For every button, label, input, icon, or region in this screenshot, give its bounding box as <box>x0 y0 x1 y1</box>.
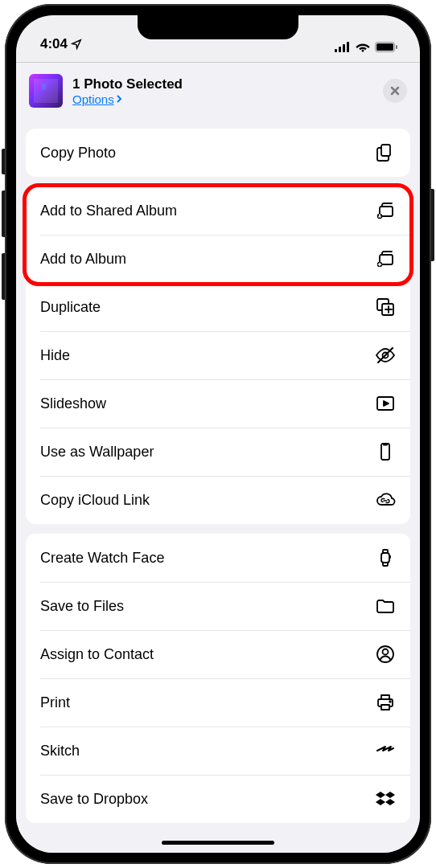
action-label: Save to Dropbox <box>40 791 148 808</box>
watch-icon <box>375 547 396 568</box>
close-button[interactable] <box>383 79 407 103</box>
add-album-icon <box>375 248 396 269</box>
action-label: Save to Files <box>40 598 124 615</box>
svg-point-24 <box>389 701 391 702</box>
dropbox-icon <box>375 788 396 809</box>
action-label: Add to Shared Album <box>40 203 177 219</box>
action-label: Copy Photo <box>40 145 116 162</box>
battery-icon <box>375 42 397 52</box>
clock-text: 4:04 <box>40 36 68 52</box>
svg-rect-1 <box>339 47 341 52</box>
duplicate-icon <box>375 297 396 317</box>
action-copy-photo[interactable]: Copy Photo <box>26 129 410 177</box>
action-group: Create Watch FaceSave to FilesAssign to … <box>26 534 410 823</box>
phone-frame: 4:04 <box>5 4 431 864</box>
action-group: Copy Photo <box>26 129 410 177</box>
folder-icon <box>375 596 396 616</box>
action-add-to-shared-album[interactable]: Add to Shared Album <box>26 186 410 235</box>
action-save-to-files[interactable]: Save to Files <box>26 582 410 630</box>
action-create-watch-face[interactable]: Create Watch Face <box>26 534 410 582</box>
action-add-to-album[interactable]: Add to Album <box>26 235 410 283</box>
header-text: 1 Photo Selected Options <box>72 76 373 106</box>
action-duplicate[interactable]: Duplicate <box>26 283 410 331</box>
contact-icon <box>375 644 396 665</box>
action-label: Assign to Contact <box>40 646 154 663</box>
action-label: Use as Wallpaper <box>40 444 154 461</box>
chevron-right-icon <box>116 95 122 103</box>
home-indicator[interactable] <box>162 841 274 845</box>
svg-rect-22 <box>381 695 389 699</box>
actions-scroll[interactable]: Copy PhotoAdd to Shared AlbumAdd to Albu… <box>16 119 420 853</box>
volume-up-button <box>2 190 5 237</box>
action-label: Copy iCloud Link <box>40 492 150 509</box>
svg-rect-2 <box>343 44 345 52</box>
wifi-icon <box>356 42 370 52</box>
side-buttons-left <box>2 149 5 316</box>
close-icon <box>389 85 401 96</box>
action-label: Add to Album <box>40 251 126 268</box>
cloud-link-icon <box>375 489 396 510</box>
svg-point-20 <box>383 649 389 655</box>
action-group: Add to Shared AlbumAdd to AlbumDuplicate… <box>26 186 410 524</box>
action-label: Skitch <box>40 743 80 760</box>
svg-rect-23 <box>381 705 389 710</box>
svg-rect-17 <box>381 444 389 460</box>
svg-rect-6 <box>396 45 397 49</box>
action-assign-to-contact[interactable]: Assign to Contact <box>26 630 410 678</box>
action-label: Hide <box>40 347 70 364</box>
shared-album-icon <box>375 200 396 221</box>
side-buttons-right <box>431 189 434 261</box>
action-slideshow[interactable]: Slideshow <box>26 379 410 428</box>
action-label: Print <box>40 694 70 711</box>
action-label: Slideshow <box>40 395 106 412</box>
photo-thumbnail[interactable] <box>29 74 63 108</box>
status-left: 4:04 <box>40 36 82 52</box>
svg-rect-5 <box>376 43 393 51</box>
power-button <box>431 189 434 261</box>
phone-screen: 4:04 <box>16 15 420 853</box>
signal-icon <box>335 42 351 52</box>
action-label: Create Watch Face <box>40 550 164 567</box>
svg-rect-18 <box>381 553 389 563</box>
slideshow-icon <box>375 393 396 414</box>
mute-switch <box>2 149 5 174</box>
status-right <box>335 42 397 52</box>
notch <box>138 15 298 39</box>
action-print[interactable]: Print <box>26 678 410 727</box>
svg-rect-7 <box>381 145 390 156</box>
print-icon <box>375 692 396 713</box>
copy-doc-icon <box>375 142 396 163</box>
location-icon <box>71 39 82 50</box>
action-save-to-dropbox[interactable]: Save to Dropbox <box>26 775 410 823</box>
share-sheet: 1 Photo Selected Options Copy Pho <box>16 62 420 853</box>
wallpaper-icon <box>375 441 396 462</box>
options-link[interactable]: Options <box>72 92 373 106</box>
volume-down-button <box>2 253 5 300</box>
action-use-as-wallpaper[interactable]: Use as Wallpaper <box>26 428 410 476</box>
hide-icon <box>375 345 396 366</box>
sheet-title: 1 Photo Selected <box>72 76 373 92</box>
options-label: Options <box>72 92 114 106</box>
action-label: Duplicate <box>40 299 101 316</box>
sheet-header: 1 Photo Selected Options <box>16 63 420 119</box>
action-copy-icloud-link[interactable]: Copy iCloud Link <box>26 476 410 524</box>
skitch-icon <box>375 740 396 761</box>
svg-rect-0 <box>335 49 337 52</box>
svg-rect-3 <box>347 42 349 52</box>
action-hide[interactable]: Hide <box>26 331 410 379</box>
action-skitch[interactable]: Skitch <box>26 727 410 775</box>
